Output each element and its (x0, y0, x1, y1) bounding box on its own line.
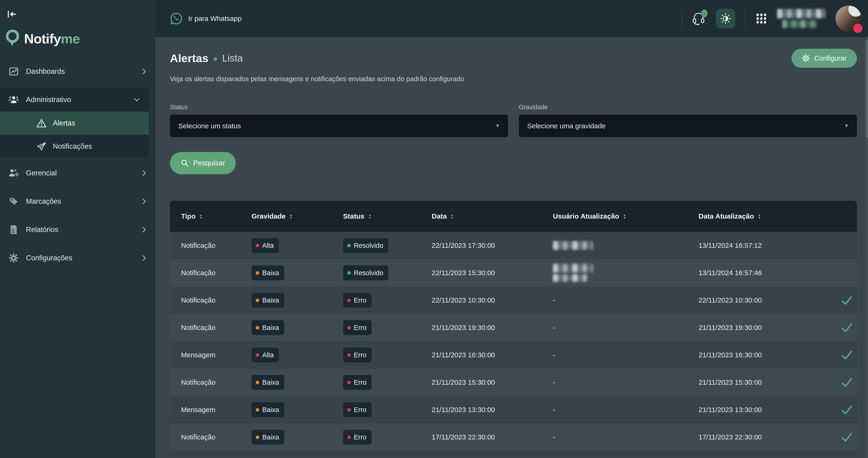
cell-user-value: - (553, 351, 555, 359)
users-icon (8, 95, 19, 105)
sort-icon[interactable] (623, 213, 626, 219)
sidebar-item-alertas[interactable]: Alertas (0, 112, 149, 135)
chevron-right-icon (142, 68, 147, 75)
cell-actions (825, 376, 857, 389)
check-icon[interactable] (841, 376, 853, 389)
check-icon[interactable] (841, 431, 853, 443)
cell-usuario-atualizacao: - (553, 378, 699, 386)
cell-data: 21/11/2023 15:30:00 (432, 378, 553, 386)
gravity-badge: Alta (252, 348, 279, 363)
check-icon[interactable] (841, 403, 853, 416)
sort-icon[interactable] (289, 213, 293, 219)
cell-data: 21/11/2023 13:30:00 (432, 406, 553, 414)
gear-icon (8, 253, 19, 263)
brand-logo[interactable]: Notifyme (5, 29, 80, 48)
tag-icon (8, 197, 19, 206)
column-header-data-atualizacao[interactable]: Data Atualização (699, 212, 825, 220)
search-button-label: Pesquisar (193, 159, 225, 167)
sort-icon[interactable] (757, 213, 761, 219)
check-icon[interactable] (841, 349, 853, 361)
cell-gravidade: Baixa (252, 293, 343, 308)
cell-actions (825, 403, 857, 416)
cell-gravidade: Baixa (252, 375, 343, 390)
sidebar-item-relatorios[interactable]: Relatórios (0, 218, 155, 241)
sidebar-item-gerencial[interactable]: Gerencial (0, 161, 155, 185)
sort-icon[interactable] (368, 213, 372, 219)
sidebar-item-dashboards[interactable]: Dashboards (0, 60, 155, 83)
search-button[interactable]: Pesquisar (170, 152, 236, 174)
sort-icon[interactable] (451, 213, 454, 219)
page-title: Alertas (170, 52, 209, 65)
gravity-filter-label: Gravidade (519, 104, 857, 111)
sidebar-item-marcacoes[interactable]: Marcações (0, 190, 155, 213)
status-dot (347, 244, 351, 247)
gravity-badge: Baixa (252, 265, 284, 280)
sidebar-nav: Dashboards Administrativo (0, 60, 155, 275)
table-row: MensagemAltaErro21/11/2023 16:30:00-21/1… (170, 341, 857, 369)
cell-gravidade: Alta (252, 238, 343, 253)
cell-status: Erro (343, 348, 432, 363)
gravity-dot (256, 435, 259, 439)
cell-actions (825, 349, 857, 361)
column-header-tipo[interactable]: Tipo (170, 212, 252, 220)
gravity-dot (256, 326, 259, 330)
gravity-dot (256, 298, 259, 302)
column-header-data[interactable]: Data (432, 212, 553, 220)
sidebar-item-label: Administrativo (26, 95, 133, 104)
theme-toggle-button[interactable] (716, 9, 735, 28)
status-dot (347, 435, 351, 439)
status-select[interactable]: Selecione um status (170, 115, 508, 137)
cell-user-value: - (553, 296, 555, 304)
chevron-right-icon (142, 226, 147, 233)
title-separator-dot (214, 57, 217, 61)
table-row: MensagemBaixaErro21/11/2023 13:30:00-21/… (170, 396, 857, 423)
cell-gravidade: Baixa (252, 430, 343, 445)
scrollbar-thumb[interactable] (866, 40, 868, 137)
vertical-scrollbar[interactable] (866, 37, 868, 458)
column-header-usuario-atualizacao[interactable]: Usuário Atualização (553, 212, 699, 220)
gravity-dot (256, 381, 259, 384)
cell-data-atualizacao: 21/11/2023 16:30:00 (699, 351, 825, 359)
configure-button-label: Configurar (814, 54, 847, 62)
status-dot (347, 408, 351, 411)
sidebar-item-label: Dashboards (26, 67, 142, 76)
gravity-badge: Baixa (252, 402, 284, 417)
user-menu[interactable] (836, 6, 862, 32)
sidebar-item-label: Marcações (26, 197, 142, 206)
cell-usuario-atualizacao (553, 241, 699, 250)
status-badge: Erro (343, 375, 372, 390)
divider (682, 8, 682, 29)
cell-user-value: - (553, 324, 555, 331)
cell-user-value: - (553, 378, 555, 386)
cell-usuario-atualizacao: - (553, 433, 699, 441)
column-header-status[interactable]: Status (343, 212, 432, 220)
column-header-gravidade[interactable]: Gravidade (252, 212, 343, 220)
cell-data-atualizacao: 21/11/2023 15:30:00 (699, 378, 825, 386)
sidebar-item-configuracoes[interactable]: Configurações (0, 246, 155, 270)
cell-status: Erro (343, 402, 432, 417)
sidebar-item-administrativo[interactable]: Administrativo (0, 88, 149, 112)
status-badge: Erro (343, 348, 372, 363)
chevron-right-icon (142, 255, 147, 261)
configure-button[interactable]: Configurar (792, 49, 857, 68)
check-icon[interactable] (841, 294, 853, 307)
brand-pin-icon (5, 29, 20, 48)
apps-grid-button[interactable] (755, 12, 767, 25)
gravity-dot (256, 244, 259, 247)
support-button[interactable] (692, 11, 706, 26)
cell-data-atualizacao: 21/11/2023 19:30:00 (699, 324, 825, 332)
check-icon[interactable] (841, 321, 853, 334)
cell-data: 21/11/2023 19:30:00 (432, 324, 553, 332)
cell-gravidade: Baixa (252, 320, 343, 335)
collapse-sidebar-button[interactable] (6, 8, 18, 20)
whatsapp-link[interactable]: Ir para Whatsapp (170, 12, 242, 25)
redacted-text (777, 9, 826, 18)
cell-actions (825, 321, 857, 334)
sidebar-item-notificacoes[interactable]: Notificações (0, 135, 149, 158)
cell-data: 21/11/2023 16:30:00 (432, 351, 553, 359)
sort-icon[interactable] (199, 213, 203, 219)
table-row: NotificaçãoBaixaErro21/11/2023 19:30:00-… (170, 314, 857, 341)
gravity-select[interactable]: Selecione uma gravidade (519, 115, 857, 137)
sidebar-item-label: Relatórios (26, 226, 142, 234)
sidebar-item-label: Gerencial (26, 169, 142, 177)
